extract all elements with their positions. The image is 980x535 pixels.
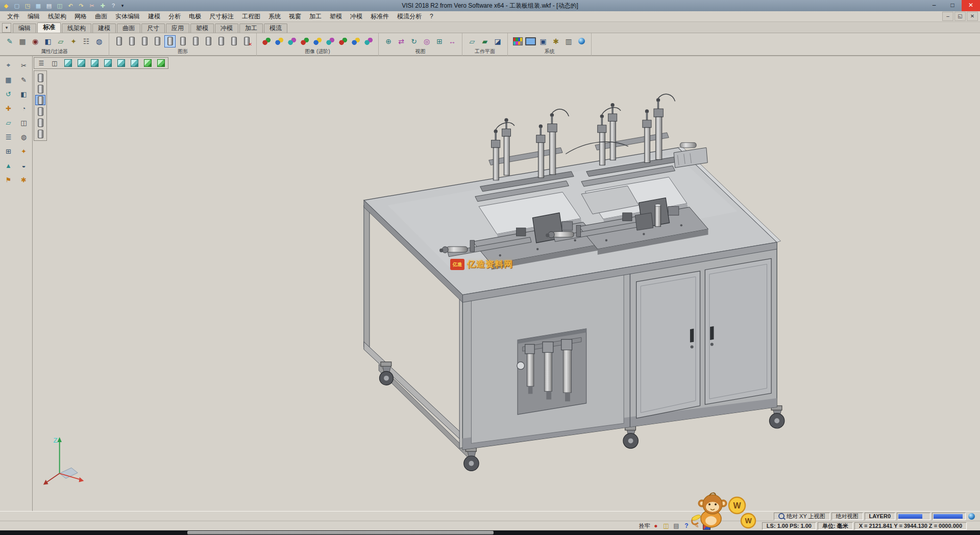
strip-filter-icon-5[interactable] bbox=[35, 117, 45, 128]
menu-drafting[interactable]: 工程图 bbox=[238, 11, 264, 22]
entity-delete-icon[interactable]: ✕ bbox=[241, 35, 252, 47]
snap-lock-label[interactable]: 拴牢 bbox=[639, 522, 650, 530]
new-file-icon[interactable]: ▢ bbox=[13, 2, 21, 10]
system-grid-icon[interactable]: ▥ bbox=[563, 35, 574, 47]
dock-select-icon[interactable]: ⌖ bbox=[2, 59, 15, 71]
screenshot-status-icon[interactable]: ◫ bbox=[662, 522, 671, 530]
attr-mask-icon[interactable]: ◧ bbox=[42, 35, 54, 47]
menu-progress[interactable]: 冲模 bbox=[346, 11, 366, 22]
view-exchange-icon[interactable]: ⇄ bbox=[396, 35, 407, 47]
entity-filter-icon-3[interactable] bbox=[139, 35, 150, 47]
tab-surface[interactable]: 曲面 bbox=[117, 23, 140, 33]
view-mode-field[interactable]: 绝对 XY 上视图 bbox=[774, 513, 830, 520]
doc-minimize-button[interactable]: – bbox=[942, 12, 953, 21]
advanced-display-icon-2[interactable] bbox=[274, 35, 285, 47]
advanced-display-icon-7[interactable] bbox=[337, 35, 349, 47]
status-globe-icon[interactable] bbox=[967, 513, 976, 520]
tab-wireframe[interactable]: 线架构 bbox=[62, 23, 91, 33]
menu-help[interactable]: ? bbox=[426, 12, 437, 21]
horizontal-scrollbar-thumb[interactable] bbox=[187, 531, 494, 534]
entity-filter-icon-8[interactable] bbox=[203, 35, 214, 47]
attr-grid-icon[interactable]: ▦ bbox=[17, 35, 28, 47]
tab-dimension[interactable]: 尺寸 bbox=[141, 23, 165, 33]
system-burst-icon[interactable]: ✱ bbox=[550, 35, 561, 47]
view-left-icon[interactable] bbox=[115, 58, 127, 68]
zoom-extents-icon[interactable]: ⊕ bbox=[383, 35, 394, 47]
dock-window-icon[interactable]: ◫ bbox=[17, 116, 31, 129]
tab-application[interactable]: 应用 bbox=[166, 23, 189, 33]
options-icon[interactable]: ✚ bbox=[99, 2, 107, 10]
undo-icon[interactable]: ↶ bbox=[66, 2, 75, 10]
workplane-icon-2[interactable]: ▰ bbox=[479, 35, 491, 47]
menu-surface[interactable]: 曲面 bbox=[91, 11, 111, 22]
advanced-display-icon-4[interactable] bbox=[299, 35, 310, 47]
view-grid-icon[interactable]: ⊞ bbox=[434, 35, 445, 47]
menu-window[interactable]: 视窗 bbox=[285, 11, 305, 22]
menu-flow-analysis[interactable]: 模流分析 bbox=[393, 11, 426, 22]
entity-filter-icon-9[interactable] bbox=[215, 35, 227, 47]
menu-system[interactable]: 系统 bbox=[264, 11, 285, 22]
minimize-button[interactable]: – bbox=[925, 0, 943, 11]
menu-machining[interactable]: 加工 bbox=[305, 11, 326, 22]
help-icon[interactable]: ? bbox=[109, 2, 117, 10]
save-file-icon[interactable]: ▦ bbox=[34, 2, 42, 10]
tab-progress[interactable]: 冲模 bbox=[215, 23, 238, 33]
advanced-display-icon-9[interactable] bbox=[363, 35, 374, 47]
dock-cut-icon[interactable]: ✂ bbox=[17, 59, 31, 71]
entity-filter-icon-2[interactable] bbox=[126, 35, 137, 47]
advanced-display-icon-3[interactable] bbox=[286, 35, 298, 47]
dock-rotate-icon[interactable]: ↺ bbox=[2, 88, 15, 100]
strip-filter-icon-4[interactable] bbox=[35, 106, 45, 116]
system-display-icon[interactable] bbox=[576, 35, 587, 47]
print-icon[interactable]: ▤ bbox=[45, 2, 53, 10]
dock-half-icon[interactable]: ◒ bbox=[17, 159, 31, 172]
menu-solid-edit[interactable]: 实体编辑 bbox=[111, 11, 144, 22]
dock-pie-icon[interactable]: ◔ bbox=[17, 102, 31, 114]
printer-status-icon[interactable]: ▤ bbox=[672, 522, 681, 530]
view-bottom-icon[interactable] bbox=[141, 58, 154, 68]
menu-file[interactable]: 文件 bbox=[3, 11, 23, 22]
doc-close-button[interactable]: ✕ bbox=[967, 12, 978, 21]
dock-sketch-icon[interactable]: ✎ bbox=[17, 74, 31, 86]
advanced-display-icon-6[interactable] bbox=[325, 35, 336, 47]
tab-modeling[interactable]: 建模 bbox=[92, 23, 116, 33]
dock-burst-icon[interactable]: ✱ bbox=[17, 174, 31, 186]
view-rotate-icon[interactable]: ↻ bbox=[408, 35, 420, 47]
maximize-button[interactable]: □ bbox=[943, 0, 962, 11]
entity-filter-icon-1[interactable] bbox=[113, 35, 125, 47]
strip-filter-icon-6[interactable] bbox=[35, 129, 45, 139]
view-menu-icon[interactable]: ☰ bbox=[35, 58, 47, 68]
dock-list-icon[interactable]: ☰ bbox=[2, 131, 15, 143]
dock-tri-icon[interactable]: ▲ bbox=[2, 159, 15, 172]
tab-mould[interactable]: 塑模 bbox=[190, 23, 214, 33]
dock-flag-icon[interactable]: ⚑ bbox=[2, 174, 15, 186]
view-top-icon[interactable] bbox=[75, 58, 87, 68]
view-iso-icon[interactable] bbox=[62, 58, 74, 68]
strip-filter-icon-1[interactable] bbox=[35, 72, 45, 83]
tab-machining[interactable]: 加工 bbox=[239, 23, 263, 33]
tab-flow[interactable]: 模流 bbox=[264, 23, 287, 33]
entity-filter-icon-4[interactable] bbox=[152, 35, 163, 47]
record-status-icon[interactable]: ● bbox=[651, 522, 660, 530]
system-monitor-icon[interactable] bbox=[525, 35, 536, 47]
menu-mesh[interactable]: 网格 bbox=[70, 11, 91, 22]
qat-customize-caret-icon[interactable]: ▾ bbox=[120, 2, 125, 10]
strip-filter-icon-2[interactable] bbox=[35, 84, 45, 94]
preview-icon[interactable]: ◫ bbox=[56, 2, 64, 10]
redo-icon[interactable]: ↷ bbox=[77, 2, 85, 10]
menu-wireframe[interactable]: 线架构 bbox=[44, 11, 70, 22]
menu-electrode[interactable]: 电极 bbox=[185, 11, 205, 22]
view-center-icon[interactable]: ◎ bbox=[421, 35, 432, 47]
dock-mask-icon[interactable]: ◧ bbox=[17, 88, 31, 100]
attr-layers-icon[interactable]: ☷ bbox=[81, 35, 92, 47]
view-pan-icon[interactable]: ↔ bbox=[447, 35, 458, 47]
entity-filter-icon-10[interactable] bbox=[228, 35, 239, 47]
entity-filter-icon-6[interactable] bbox=[177, 35, 188, 47]
dock-plane-icon[interactable]: ▱ bbox=[2, 116, 15, 129]
annotate-status-icon[interactable]: ✎ bbox=[692, 522, 701, 530]
tab-standard[interactable]: 标准 bbox=[37, 22, 61, 33]
ucs-cube-icon[interactable] bbox=[702, 522, 712, 530]
strip-filter-icon-3[interactable] bbox=[35, 95, 45, 105]
view-window-icon[interactable]: ◫ bbox=[48, 58, 61, 68]
menu-standard-parts[interactable]: 标准件 bbox=[366, 11, 393, 22]
